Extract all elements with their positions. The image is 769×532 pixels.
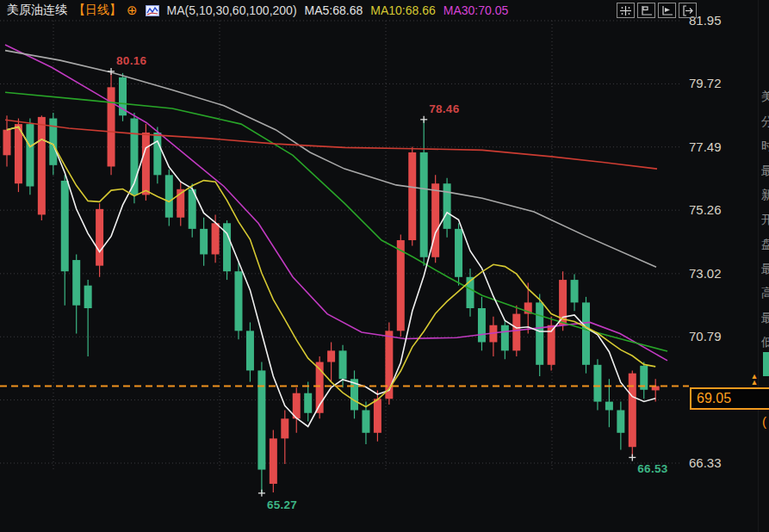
clipped-right-panel: 美分时最新开盘最高最低( xyxy=(761,0,769,532)
ma30-value: MA30:70.05 xyxy=(443,3,509,17)
candles xyxy=(3,71,660,493)
mini-chart-icon[interactable] xyxy=(146,5,159,16)
period-label[interactable]: 【日线】 xyxy=(73,3,121,18)
crosshair-badge-icon[interactable]: ⊕ xyxy=(127,3,138,18)
clipped-text: 开 xyxy=(761,213,769,228)
chart-toolbar xyxy=(617,3,697,18)
axis-price-label: 77.49 xyxy=(689,139,722,154)
crosshair-icon[interactable] xyxy=(617,3,635,18)
clipped-text: 最 xyxy=(761,164,769,179)
trade-flag-icon[interactable] xyxy=(658,3,676,18)
clipped-text: 时 xyxy=(761,139,769,154)
alert-arrows-icon: ▲▲ xyxy=(747,374,761,386)
clipped-text: 美 xyxy=(761,90,769,105)
ma30-line xyxy=(5,45,667,361)
extreme-price-label: 66.53 xyxy=(637,462,667,475)
axis-price-label: 73.02 xyxy=(689,266,722,281)
panel-divider xyxy=(758,0,759,532)
ma-settings-label[interactable]: MA(5,10,30,60,100,200) xyxy=(167,3,297,17)
extreme-price-label: 78.46 xyxy=(429,102,459,115)
clipped-text: 高 xyxy=(761,286,769,301)
axis-price-label: 70.79 xyxy=(689,329,722,343)
clipped-green-block xyxy=(763,352,769,376)
axis-price-label: 79.72 xyxy=(689,76,722,90)
ma5-value: MA5:68.68 xyxy=(305,3,363,17)
chart-header: 美原油连续 【日线】 ⊕ MA(5,10,30,60,100,200) MA5:… xyxy=(7,3,508,18)
clipped-text: 低 xyxy=(761,335,769,350)
clipped-text: 分 xyxy=(761,114,769,130)
clipped-text: 盘 xyxy=(761,237,769,252)
clipped-text: 新 xyxy=(761,188,769,203)
axis-price-label: 66.33 xyxy=(689,455,722,470)
clipped-orange-paren: ( xyxy=(762,414,766,429)
extreme-price-label: 65.27 xyxy=(267,498,297,511)
axis-price-label: 75.26 xyxy=(689,202,722,217)
collapse-panel-icon[interactable] xyxy=(679,3,697,18)
price-flag-icon[interactable] xyxy=(637,3,655,18)
alert-price-box[interactable]: 69.05 xyxy=(690,387,769,410)
ma200-line xyxy=(5,120,657,169)
symbol-name: 美原油连续 xyxy=(7,3,67,18)
alert-price-value: 69.05 xyxy=(697,391,731,405)
extreme-price-label: 80.16 xyxy=(116,54,146,67)
clipped-text: 最 xyxy=(761,262,769,277)
clipped-text: 最 xyxy=(761,311,769,326)
kline-chart-panel[interactable]: 美原油连续 【日线】 ⊕ MA(5,10,30,60,100,200) MA5:… xyxy=(0,0,769,532)
ma10-value: MA10:68.66 xyxy=(370,3,436,17)
